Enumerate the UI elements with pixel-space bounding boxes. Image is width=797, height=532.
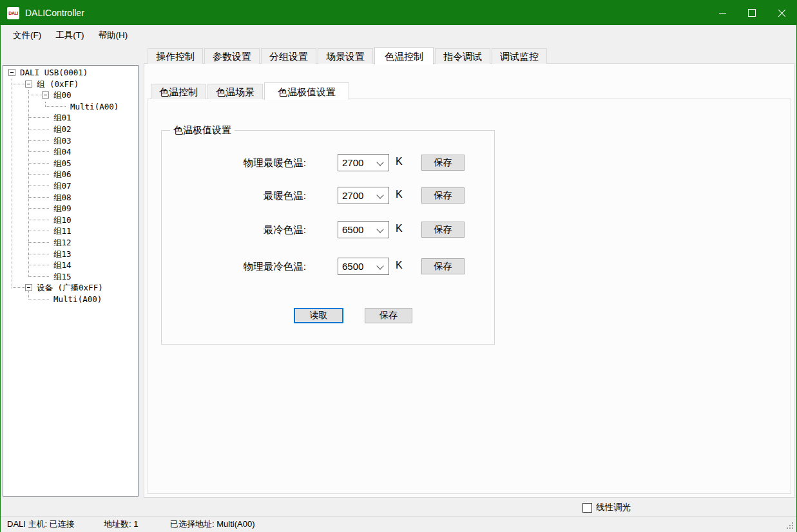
tree-collapse-icon[interactable] (25, 284, 32, 291)
main-tab[interactable]: 分组设置 (261, 48, 316, 64)
tree-item-label: 组10 (53, 215, 72, 225)
save-all-button[interactable]: 保存 (365, 308, 412, 323)
menu-item[interactable]: 工具(T) (48, 25, 91, 46)
tree-item[interactable]: 组09 (3, 203, 138, 214)
combobox-value: 6500 (342, 258, 363, 274)
tree-item-label: 组01 (53, 113, 72, 123)
window-title: DALIController (25, 8, 84, 18)
chevron-down-icon[interactable] (376, 225, 383, 233)
tree-item[interactable]: 组10 (3, 214, 138, 226)
tree-item[interactable]: 设备 (广播0xFF) (3, 282, 138, 294)
tree-item[interactable]: 组05 (3, 158, 138, 169)
tree-item[interactable]: 组01 (3, 112, 138, 124)
tree-item[interactable]: 组15 (3, 271, 138, 283)
main-tab[interactable]: 操作控制 (148, 48, 203, 64)
tree-item[interactable]: Multi(A00) (3, 101, 138, 113)
tree-item-label: 组08 (53, 193, 72, 203)
tree-item[interactable]: 组08 (3, 192, 138, 204)
cct-value-combobox[interactable]: 2700 (338, 187, 389, 204)
tree-connector (28, 276, 49, 277)
row-save-button[interactable]: 保存 (421, 258, 465, 274)
tree-connector (45, 106, 66, 107)
chevron-down-icon[interactable] (376, 191, 383, 198)
status-address-count: 地址数: 1 (104, 517, 138, 532)
unit-label: K (396, 156, 403, 167)
close-button[interactable] (767, 1, 796, 25)
tree-connector (28, 265, 49, 265)
tree-item[interactable]: 组00 (3, 90, 138, 101)
main-tab[interactable]: 色温控制 (374, 47, 434, 64)
main-tab[interactable]: 参数设置 (204, 48, 260, 64)
status-host: DALI 主机: 已连接 (7, 517, 75, 532)
row-save-button[interactable]: 保存 (421, 222, 465, 238)
row-save-button[interactable]: 保存 (421, 187, 465, 204)
linear-dimming-option[interactable]: 线性调光 (582, 502, 631, 513)
tree-item-label: 组11 (53, 226, 72, 236)
tree-item[interactable]: 组13 (3, 249, 138, 260)
tree-item[interactable]: 组14 (3, 260, 138, 271)
chevron-down-icon[interactable] (376, 158, 383, 166)
tree-item[interactable]: 组04 (3, 146, 138, 158)
tree-item[interactable]: DALI USB(0001) (3, 67, 138, 79)
subtab-page: 色温极值设置 物理最暖色温:2700K保存最暖色温:2700K保存最冷色温:65… (148, 99, 791, 494)
maximize-button[interactable] (737, 1, 767, 25)
unit-label: K (396, 189, 403, 200)
tree-connector (28, 231, 49, 231)
tree-item-label: Multi(A00) (70, 102, 119, 112)
minimize-icon (719, 13, 726, 14)
chevron-down-icon[interactable] (376, 262, 383, 269)
close-icon (778, 9, 786, 17)
read-button[interactable]: 读取 (294, 308, 343, 323)
sub-tab[interactable]: 色温极值设置 (264, 82, 349, 100)
tree-item[interactable]: 组07 (3, 180, 138, 192)
tree-connector (28, 174, 49, 175)
tree-collapse-icon[interactable] (42, 91, 49, 99)
tree-item[interactable]: 组 (0xFF) (3, 79, 138, 90)
tree-item[interactable]: 组06 (3, 169, 138, 180)
cct-value-combobox[interactable]: 6500 (338, 221, 389, 238)
app-logo-icon: DALI (7, 7, 19, 19)
main-tab[interactable]: 指令调试 (435, 48, 490, 64)
tree-connector (28, 95, 42, 95)
tree-item[interactable]: 组11 (3, 225, 138, 237)
main-tab[interactable]: 场景设置 (318, 48, 373, 64)
tree-item-label: DALI USB(0001) (20, 68, 88, 78)
sub-tab[interactable]: 色温场景 (207, 84, 263, 99)
resize-grip-icon[interactable] (787, 522, 794, 529)
sub-tab[interactable]: 色温控制 (151, 84, 206, 99)
minimize-button[interactable] (707, 1, 737, 25)
cct-value-combobox[interactable]: 2700 (338, 154, 389, 171)
cct-extremes-groupbox: 色温极值设置 物理最暖色温:2700K保存最暖色温:2700K保存最冷色温:65… (161, 130, 495, 345)
tree-connector (28, 299, 49, 299)
tree-item-label: 组 (0xFF) (37, 79, 79, 90)
tree-collapse-icon[interactable] (25, 81, 32, 88)
combobox-value: 6500 (342, 222, 363, 238)
device-tree: DALI USB(0001)组 (0xFF)组00Multi(A00)组01组0… (3, 65, 139, 497)
cct-value-combobox[interactable]: 6500 (338, 258, 389, 275)
tree-item-label: 组15 (53, 272, 72, 282)
groupbox-title: 色温极值设置 (170, 124, 235, 137)
menu-item[interactable]: 帮助(H) (91, 25, 135, 46)
tree-collapse-icon[interactable] (8, 69, 15, 76)
menu-item[interactable]: 文件(F) (6, 25, 48, 46)
tree-item-label: 组04 (53, 147, 72, 157)
tree-connector (28, 242, 49, 243)
tree-item[interactable]: 组03 (3, 135, 138, 147)
tree-connector (12, 287, 25, 288)
tree-connector (28, 163, 49, 164)
tree-item[interactable]: Multi(A00) (3, 294, 138, 305)
linear-dimming-checkbox[interactable] (582, 503, 592, 513)
tree-item-label: 组02 (53, 124, 72, 135)
tree-connector (28, 117, 49, 118)
combobox-value: 2700 (342, 187, 363, 204)
tree-item-label: 组12 (53, 238, 72, 248)
tree-item[interactable]: 组02 (3, 124, 138, 135)
tree-item[interactable]: 组12 (3, 237, 138, 249)
unit-label: K (396, 260, 403, 271)
tree-connector (28, 208, 49, 209)
app-logo-text: DALI (8, 11, 17, 15)
main-tab[interactable]: 调试监控 (492, 48, 547, 64)
row-save-button[interactable]: 保存 (421, 155, 465, 171)
maximize-icon (748, 9, 756, 17)
unit-label: K (396, 223, 403, 234)
